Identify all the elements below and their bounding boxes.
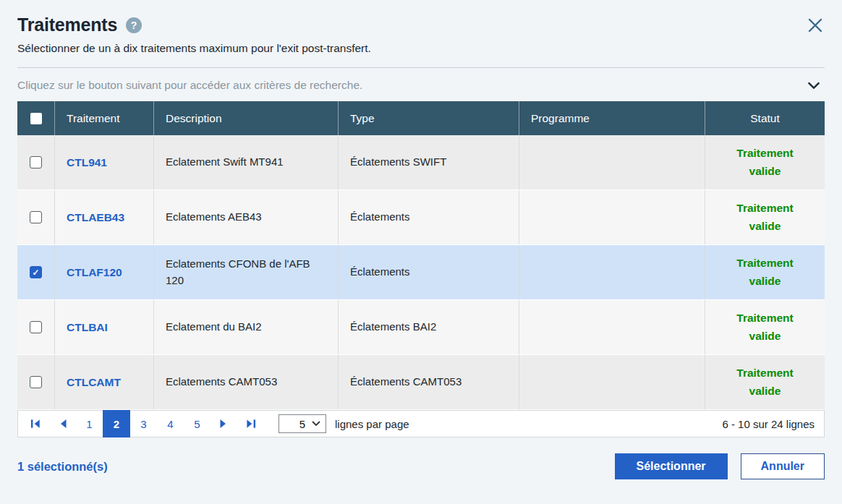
row-checkbox-cell <box>17 190 55 244</box>
dialog-header: Traitements ? <box>17 0 825 35</box>
column-header-description: Description <box>154 101 339 135</box>
page-size-select[interactable]: 5 <box>278 414 326 433</box>
status-cell: Traitement valide <box>705 190 825 244</box>
row-checkbox[interactable] <box>30 211 42 223</box>
type-cell: Éclatements BAI2 <box>339 300 519 354</box>
column-header-traitement: Traitement <box>55 101 154 135</box>
select-chevron-icon <box>312 421 320 427</box>
page-title: Traitements <box>17 14 117 35</box>
treatment-code-cell: CTLAEB43 <box>55 190 154 244</box>
next-page-icon[interactable] <box>210 411 237 437</box>
description-cell: Eclatements CAMT053 <box>154 355 339 409</box>
pagination-bar: 12345 5 lignes par page 6 - 10 sur 24 li… <box>17 410 825 437</box>
page-numbers: 12345 <box>76 410 210 437</box>
treatment-code-link[interactable]: CTLAF120 <box>67 264 122 281</box>
treatment-code-cell: CTLAF120 <box>55 245 154 299</box>
traitements-dialog: Traitements ? Sélectionner de un à dix t… <box>0 0 842 504</box>
previous-page-icon[interactable] <box>49 411 76 437</box>
programme-cell <box>519 245 705 299</box>
table-header-row: Traitement Description Type Programme St… <box>17 101 825 135</box>
status-badge: Traitement valide <box>726 364 805 401</box>
treatment-code-link[interactable]: CTLBAI <box>67 319 108 336</box>
column-header-type: Type <box>339 101 519 135</box>
description-cell: Eclatements CFONB de l'AFB 120 <box>154 245 339 299</box>
dialog-subtitle: Sélectionner de un à dix traitements max… <box>17 42 825 55</box>
description-cell: Eclatements AEB43 <box>154 190 339 244</box>
status-badge: Traitement valide <box>726 145 805 181</box>
programme-cell <box>519 300 705 354</box>
page-button-2[interactable]: 2 <box>103 410 130 437</box>
footer-buttons: Sélectionner Annuler <box>615 453 825 479</box>
row-checkbox[interactable] <box>30 156 42 168</box>
status-badge: Traitement valide <box>726 200 805 236</box>
help-icon[interactable]: ? <box>126 17 142 33</box>
treatments-table: Traitement Description Type Programme St… <box>17 101 825 410</box>
cancel-button[interactable]: Annuler <box>741 453 825 479</box>
status-cell: Traitement valide <box>705 135 825 189</box>
dialog-footer: 1 sélectionné(s) Sélectionner Annuler <box>17 453 825 479</box>
table-body: CTL941Eclatement Swift MT941Éclatements … <box>17 135 825 410</box>
status-badge: Traitement valide <box>726 309 805 346</box>
type-cell: Éclatements SWIFT <box>339 135 519 189</box>
first-page-icon[interactable] <box>22 411 49 437</box>
select-all-checkbox[interactable] <box>30 113 42 124</box>
status-cell: Traitement valide <box>705 355 825 409</box>
search-criteria-toggle-row: Cliquez sur le bouton suivant pour accéd… <box>17 68 825 101</box>
programme-cell <box>519 355 705 409</box>
page-button-4[interactable]: 4 <box>157 411 184 437</box>
table-row: CTLBAIEclatement du BAI2Éclatements BAI2… <box>17 300 825 355</box>
treatment-code-link[interactable]: CTLCAMT <box>67 374 121 390</box>
row-checkbox[interactable] <box>30 321 42 333</box>
table-row: CTLAEB43Eclatements AEB43ÉclatementsTrai… <box>17 190 825 245</box>
treatment-code-cell: CTL941 <box>55 135 154 189</box>
row-checkbox-cell: ✓ <box>17 245 55 299</box>
description-cell: Eclatement Swift MT941 <box>154 135 339 189</box>
status-cell: Traitement valide <box>705 245 825 299</box>
last-page-icon[interactable] <box>237 411 264 437</box>
treatment-code-link[interactable]: CTLAEB43 <box>67 209 124 226</box>
status-cell: Traitement valide <box>705 300 825 354</box>
programme-cell <box>519 135 705 189</box>
select-button[interactable]: Sélectionner <box>615 453 728 479</box>
row-checkbox[interactable]: ✓ <box>30 266 42 278</box>
status-badge: Traitement valide <box>726 255 805 291</box>
treatment-code-cell: CTLBAI <box>55 300 154 354</box>
close-icon[interactable] <box>806 16 825 35</box>
table-row: CTLCAMTEclatements CAMT053Éclatements CA… <box>17 355 825 410</box>
type-cell: Éclatements CAMT053 <box>339 355 519 409</box>
search-criteria-hint: Cliquez sur le bouton suivant pour accéd… <box>17 79 362 92</box>
column-header-statut: Statut <box>705 101 825 135</box>
table-row: CTL941Eclatement Swift MT941Éclatements … <box>17 135 825 190</box>
row-checkbox[interactable] <box>30 376 42 388</box>
page-size-label: lignes par page <box>335 418 409 430</box>
page-button-1[interactable]: 1 <box>76 411 103 437</box>
page-button-3[interactable]: 3 <box>130 411 157 437</box>
treatment-code-cell: CTLCAMT <box>55 355 154 409</box>
row-checkbox-cell <box>17 135 55 189</box>
select-all-cell <box>17 101 55 135</box>
page-size-value: 5 <box>299 418 305 430</box>
programme-cell <box>519 190 705 244</box>
row-checkbox-cell <box>17 300 55 354</box>
type-cell: Éclatements <box>339 190 519 244</box>
description-cell: Eclatement du BAI2 <box>154 300 339 354</box>
table-row: ✓CTLAF120Eclatements CFONB de l'AFB 120É… <box>17 245 825 300</box>
treatment-code-link[interactable]: CTL941 <box>67 154 107 171</box>
range-label: 6 - 10 sur 24 lignes <box>722 418 824 430</box>
page-button-5[interactable]: 5 <box>184 411 210 437</box>
column-header-programme: Programme <box>519 101 705 135</box>
chevron-down-icon[interactable] <box>806 77 825 93</box>
selected-count: 1 sélectionné(s) <box>17 460 108 474</box>
type-cell: Éclatements <box>339 245 519 299</box>
row-checkbox-cell <box>17 355 55 409</box>
